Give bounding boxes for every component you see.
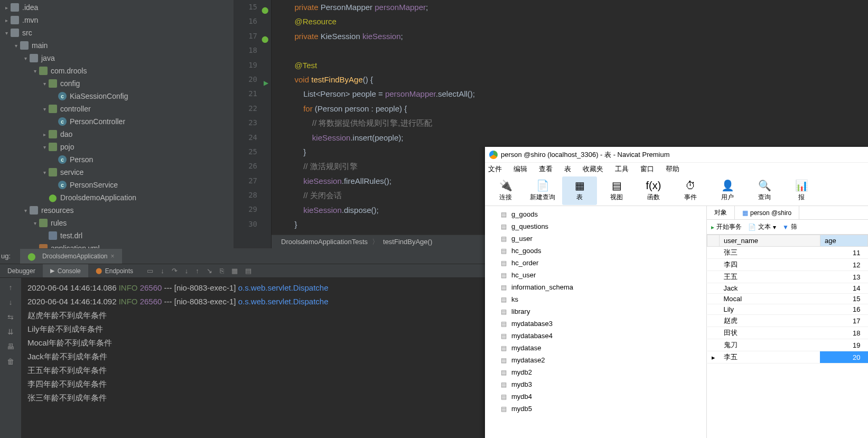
db-table-item[interactable]: ▤mydatabase3 (485, 318, 706, 330)
tree-item[interactable]: ▾com.drools (0, 64, 234, 77)
code-line[interactable]: private PersonMapper personMapper; (275, 0, 475, 14)
line-number[interactable]: 21 (234, 87, 257, 101)
scroll-icon[interactable]: ⇊ (7, 328, 14, 336)
line-number[interactable]: 28 (234, 188, 257, 202)
toolbar-button-事件[interactable]: ⏱事件 (673, 176, 708, 205)
menu-item[interactable]: 窗口 (640, 164, 654, 174)
db-table-item[interactable]: ▤mydatase2 (485, 354, 706, 366)
tree-item[interactable]: ▸.idea (0, 1, 234, 14)
col-user-name[interactable]: user_name (720, 235, 820, 247)
code-line[interactable]: List<Person> people = personMapper.selec… (275, 87, 475, 101)
endpoints-tab[interactable]: ⬤Endpoints (88, 264, 141, 277)
db-table-item[interactable]: ▤mydb2 (485, 366, 706, 378)
toolbar-button-函数[interactable]: f(x)函数 (636, 176, 671, 205)
breadcrumb-class[interactable]: DroolsdemoApplicationTests (281, 238, 368, 246)
code-line[interactable]: } (275, 145, 475, 159)
code-line[interactable]: void testFindByAge() { (275, 72, 475, 87)
navicat-data-grid[interactable]: user_name age 张三11李四12王五13Jack14Mocal15L… (707, 235, 868, 438)
code-line[interactable]: kieSession.fireAllRules(); (275, 174, 475, 188)
menu-item[interactable]: 文件 (488, 164, 502, 174)
print-icon[interactable]: 🖶 (7, 342, 14, 351)
tree-item[interactable]: ▾pojo (0, 141, 234, 153)
tree-item[interactable]: ▾rules (0, 217, 234, 229)
trash-icon[interactable]: 🗑 (7, 357, 14, 366)
line-number[interactable]: 20▶ (234, 72, 257, 87)
toolbar-button-查询[interactable]: 🔍查询 (747, 176, 782, 205)
code-line[interactable]: @Test (275, 58, 475, 72)
code-line[interactable] (275, 43, 475, 58)
tree-arrow-icon[interactable]: ▾ (22, 55, 29, 61)
cell-age[interactable]: 15 (820, 294, 867, 304)
run-gutter-icon[interactable]: ▶ (264, 76, 268, 90)
code-line[interactable]: // 将数据提供给规则引擎,进行匹配 (275, 116, 475, 130)
navicat-right-tabs[interactable]: 对象 ▦person @shiro (707, 206, 868, 220)
tree-arrow-icon[interactable]: ▾ (41, 144, 48, 150)
cell-user-name[interactable]: 鬼刀 (720, 339, 820, 351)
table-row[interactable]: 王五13 (707, 271, 868, 283)
line-number[interactable]: 24 (234, 131, 257, 145)
cell-age[interactable]: 13 (820, 271, 867, 283)
db-table-item[interactable]: ▤library (485, 305, 706, 318)
project-tree[interactable]: ▸.idea▸.mvn▾src▾main▾java▾com.drools▾con… (0, 0, 234, 248)
tree-item[interactable]: ⬤DroolsdemoApplication (0, 191, 234, 204)
line-number[interactable]: 26 (234, 159, 257, 173)
navicat-grid-toolbar[interactable]: ▸开始事务 📄文本▾ ▼筛 (707, 220, 868, 235)
cell-user-name[interactable]: 赵虎 (720, 315, 820, 327)
layout-icon[interactable]: ▭ (147, 267, 153, 275)
person-table-tab[interactable]: ▦person @shiro (735, 206, 799, 219)
line-number[interactable]: 23 (234, 116, 257, 130)
step-over-icon[interactable]: ↷ (172, 267, 178, 275)
tree-item[interactable]: ▾resources (0, 204, 234, 217)
cell-user-name[interactable]: Mocal (720, 294, 820, 304)
db-table-item[interactable]: ▤information_schema (485, 281, 706, 293)
more-icon[interactable]: ▦ (231, 267, 238, 275)
line-number[interactable]: 25 (234, 145, 257, 159)
cell-age[interactable]: 11 (820, 247, 867, 259)
menu-item[interactable]: 编辑 (514, 164, 527, 174)
tree-item[interactable]: ▾config (0, 77, 234, 90)
line-number[interactable]: 19 (234, 58, 257, 72)
console-tab[interactable]: ▶Console (43, 264, 88, 277)
cell-age[interactable]: 19 (820, 339, 867, 351)
cell-user-name[interactable]: 田状 (720, 327, 820, 339)
db-table-item[interactable]: ▤mydatabase4 (485, 330, 706, 342)
cell-age[interactable]: 18 (820, 327, 867, 339)
tree-arrow-icon[interactable]: ▾ (41, 170, 48, 175)
navicat-window[interactable]: person @shiro (localhost_3306) - 表 - Nav… (485, 147, 868, 438)
tree-item[interactable]: ▾service (0, 166, 234, 179)
navicat-menu[interactable]: 文件编辑查看表收藏夹工具窗口帮助 (485, 163, 868, 175)
db-table-item[interactable]: ▤ks (485, 293, 706, 305)
cell-age[interactable]: 20 (820, 351, 867, 364)
tree-item[interactable]: cKiaSessionConfig (0, 90, 234, 102)
tree-item[interactable]: ▸.mvn (0, 14, 234, 26)
tree-item[interactable]: ▾main (0, 39, 234, 52)
table-row[interactable]: 田状18 (707, 327, 868, 339)
db-table-item[interactable]: ▤hc_goods (485, 245, 706, 257)
menu-item[interactable]: 收藏夹 (583, 164, 603, 174)
line-number[interactable]: 22 (234, 101, 257, 116)
cell-user-name[interactable]: 李四 (720, 259, 820, 271)
close-icon[interactable]: × (110, 253, 114, 260)
table-row[interactable]: Jack14 (707, 283, 868, 294)
step-out-icon[interactable]: ↑ (195, 267, 199, 275)
toolbar-button-表[interactable]: ▦表 (562, 176, 597, 205)
db-table-item[interactable]: ▤hc_user (485, 269, 706, 281)
cell-age[interactable]: 12 (820, 259, 867, 271)
db-table-item[interactable]: ▤mydb5 (485, 403, 706, 415)
tree-arrow-icon[interactable]: ▾ (41, 106, 48, 112)
tree-arrow-icon[interactable]: ▾ (13, 43, 19, 49)
toolbar-button-连接[interactable]: 🔌连接 (488, 176, 523, 205)
code-line[interactable]: // 关闭会话 (275, 188, 475, 202)
table-row[interactable]: 李四12 (707, 259, 868, 271)
code-line[interactable]: kieSession.insert(people); (275, 131, 475, 145)
tree-arrow-icon[interactable]: ▾ (32, 220, 38, 226)
db-table-item[interactable]: ▤g_user (485, 232, 706, 245)
tree-item[interactable]: application.yml (0, 242, 234, 248)
table-row[interactable]: Mocal15 (707, 294, 868, 304)
tree-arrow-icon[interactable]: ▸ (3, 5, 10, 11)
tree-arrow-icon[interactable]: ▾ (41, 81, 48, 87)
table-row[interactable]: ▸李五20 (707, 351, 868, 364)
tree-arrow-icon[interactable]: ▸ (3, 17, 10, 23)
menu-item[interactable]: 表 (564, 164, 571, 174)
step-into-icon[interactable]: ↓ (185, 267, 189, 275)
